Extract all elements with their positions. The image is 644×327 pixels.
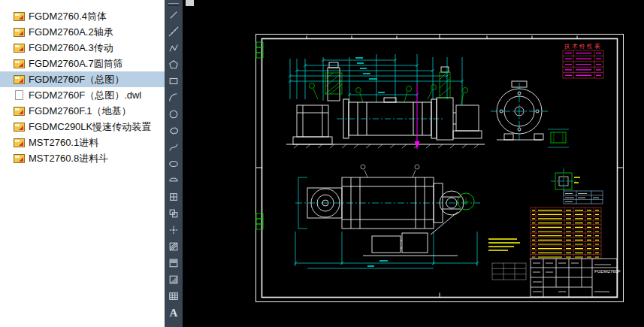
circle-tool[interactable] bbox=[166, 108, 181, 120]
dwg-file-icon bbox=[14, 59, 25, 68]
ground-hatch bbox=[294, 144, 479, 148]
spec-text-marks bbox=[565, 53, 601, 76]
mill-cylinder bbox=[343, 98, 437, 138]
file-item[interactable]: FGDM2760.4筒体 bbox=[0, 8, 165, 24]
revision-cloud-tool[interactable] bbox=[166, 125, 181, 137]
polyline-icon bbox=[168, 43, 179, 53]
title-block: FGDM2760F bbox=[531, 259, 621, 297]
file-label: FGDM2760A.7圆筒筛 bbox=[29, 57, 123, 71]
polyline-tool[interactable] bbox=[166, 42, 181, 54]
make-block-tool[interactable] bbox=[166, 207, 181, 220]
ellipse-arc-icon bbox=[168, 175, 179, 186]
plain-file-icon bbox=[15, 90, 23, 100]
region-tool[interactable] bbox=[166, 274, 181, 286]
spec-table-title: 技术特性表 bbox=[564, 43, 602, 50]
dwg-file-icon bbox=[14, 75, 25, 84]
file-label: FGDM2760F.1（地基） bbox=[29, 104, 132, 118]
detail-b bbox=[551, 168, 580, 194]
drawing-canvas[interactable]: 技术特性表 bbox=[183, 0, 644, 327]
arc-icon bbox=[168, 92, 179, 103]
make-block-icon bbox=[168, 208, 179, 219]
front-view bbox=[286, 54, 485, 149]
file-label: FGDM2760F（总图）.dwl bbox=[29, 89, 141, 102]
section-line bbox=[415, 84, 419, 149]
insert-block-icon bbox=[168, 192, 179, 202]
rectangle-icon bbox=[168, 76, 179, 86]
file-label: FGDM2760A.3传动 bbox=[29, 41, 113, 55]
feeder bbox=[328, 62, 340, 101]
table-icon bbox=[168, 291, 179, 301]
end-view bbox=[491, 81, 548, 141]
notes-text-marks bbox=[488, 239, 520, 250]
circle-icon bbox=[168, 109, 179, 120]
ellipse-tool[interactable] bbox=[166, 158, 181, 170]
file-item[interactable]: FGDM2760F.1（地基） bbox=[0, 103, 165, 119]
polygon-tool[interactable] bbox=[166, 59, 181, 71]
ellipse-icon bbox=[168, 159, 179, 169]
dwg-file-icon bbox=[14, 138, 25, 147]
file-label: FGDMC290LK慢速传动装置 bbox=[29, 120, 151, 134]
file-label: MST2760.8进料斗 bbox=[29, 152, 108, 165]
cad-drawing: 技术特性表 bbox=[183, 0, 644, 327]
file-item[interactable]: FGDM2760A.7圆筒筛 bbox=[0, 56, 165, 71]
spec-table: 技术特性表 bbox=[563, 43, 603, 78]
dwg-file-icon bbox=[14, 44, 25, 53]
plan-view bbox=[294, 165, 480, 268]
rectangle-tool[interactable] bbox=[166, 75, 181, 87]
file-label: MST2760.1进料 bbox=[29, 136, 98, 150]
file-item[interactable]: MST2760.1进料 bbox=[0, 135, 165, 150]
insert-block-tool[interactable] bbox=[166, 191, 181, 203]
construction-line-tool[interactable] bbox=[166, 26, 181, 38]
dwg-file-icon bbox=[14, 12, 25, 21]
region-icon bbox=[168, 274, 179, 285]
gradient-icon bbox=[168, 258, 179, 268]
file-item[interactable]: FGDMC290LK慢速传动装置 bbox=[0, 119, 165, 135]
app-window: FGDM2760.4筒体FGDM2760A.2轴承FGDM2760A.3传动FG… bbox=[0, 0, 644, 327]
file-item[interactable]: FGDM2760F（总图）.dwl bbox=[0, 87, 165, 103]
title-block-number: FGDM2760F bbox=[594, 269, 621, 274]
hatch-tool[interactable] bbox=[166, 241, 181, 253]
drive-unit bbox=[437, 67, 482, 140]
file-label: FGDM2760F（总图） bbox=[29, 73, 124, 86]
line-tool[interactable] bbox=[166, 9, 181, 21]
line-icon bbox=[168, 10, 179, 20]
draw-toolbar: A bbox=[165, 0, 183, 327]
polygon-icon bbox=[168, 59, 179, 70]
dwg-file-icon bbox=[14, 107, 25, 116]
plan-balloons bbox=[361, 165, 419, 177]
mtext-tool[interactable]: A bbox=[166, 307, 181, 319]
aux-table bbox=[564, 191, 603, 204]
gradient-tool[interactable] bbox=[166, 257, 181, 269]
dwg-file-icon bbox=[14, 154, 25, 163]
toolbar-grip[interactable] bbox=[168, 3, 179, 6]
file-label: FGDM2760.4筒体 bbox=[29, 10, 107, 23]
bom-grid-h bbox=[531, 212, 601, 255]
aux-text-marks bbox=[565, 194, 599, 202]
arc-tool[interactable] bbox=[166, 92, 181, 104]
dwg-file-icon bbox=[14, 28, 25, 37]
point-tool[interactable] bbox=[166, 224, 181, 236]
file-item[interactable]: MST2760.8进料斗 bbox=[0, 150, 165, 166]
file-label: FGDM2760A.2轴承 bbox=[29, 26, 113, 39]
file-item[interactable]: FGDM2760A.3传动 bbox=[0, 40, 165, 56]
ellipse-arc-tool[interactable] bbox=[166, 174, 181, 186]
point-icon bbox=[168, 225, 179, 235]
dwg-file-icon bbox=[14, 123, 25, 132]
file-item[interactable]: FGDM2760F（总图） bbox=[0, 71, 165, 87]
file-item[interactable]: FGDM2760A.2轴承 bbox=[0, 24, 165, 40]
revision-cloud-icon bbox=[168, 126, 179, 136]
bom-table bbox=[531, 207, 601, 259]
stamp-table bbox=[492, 263, 526, 280]
spline-icon bbox=[168, 142, 179, 153]
left-bearing bbox=[293, 105, 332, 144]
file-list: FGDM2760.4筒体FGDM2760A.2轴承FGDM2760A.3传动FG… bbox=[0, 0, 165, 327]
table-tool[interactable] bbox=[166, 290, 181, 302]
ground bbox=[286, 144, 485, 148]
spline-tool[interactable] bbox=[166, 141, 181, 153]
construction-line-icon bbox=[168, 26, 179, 37]
hatch-icon bbox=[168, 241, 179, 252]
detail-a bbox=[548, 129, 569, 147]
